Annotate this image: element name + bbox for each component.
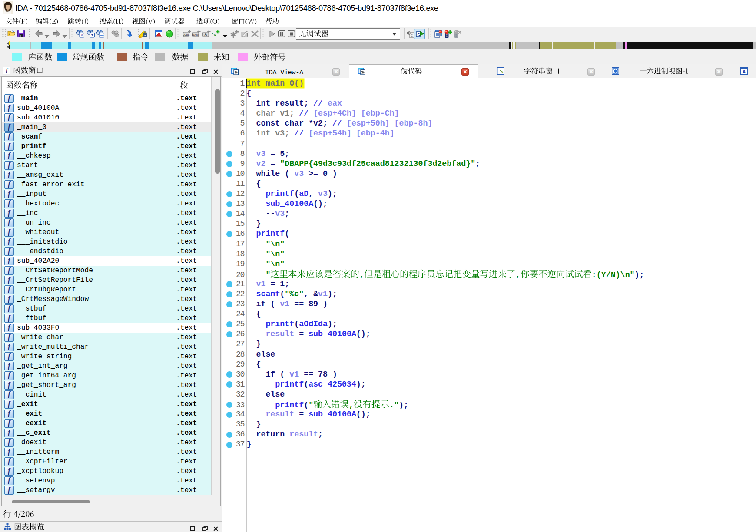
svg-text:T: T (91, 33, 93, 37)
svg-text:c: c (417, 32, 420, 37)
svg-text:A: A (204, 32, 207, 36)
svg-text:DATA: DATA (192, 33, 199, 36)
svg-text:CODE: CODE (183, 33, 190, 36)
svg-text:101: 101 (99, 34, 104, 37)
svg-text:‘s: ‘s (212, 31, 216, 38)
svg-text:‘s: ‘s (500, 69, 504, 74)
svg-text:A: A (743, 69, 746, 74)
